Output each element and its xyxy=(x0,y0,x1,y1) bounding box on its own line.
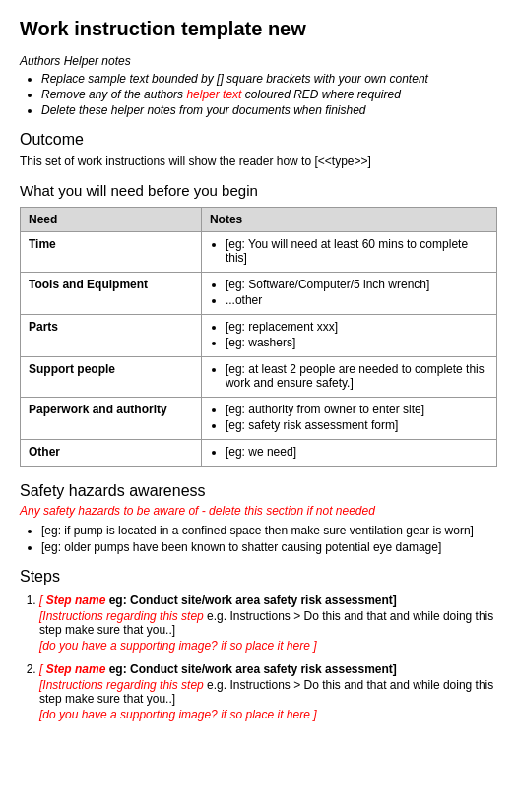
helper-item-3: Delete these helper notes from your docu… xyxy=(41,103,497,117)
authors-helper-label: Authors Helper notes xyxy=(20,54,497,68)
table-row-need: Tools and Equipment xyxy=(21,273,202,315)
step-instruction-line: [Instructions regarding this step e.g. I… xyxy=(39,678,497,706)
table-row-notes: [eg: replacement xxx][eg: washers] xyxy=(201,315,496,357)
list-item: [eg: You will need at least 60 mins to c… xyxy=(226,237,488,265)
step-name-normal: eg: Conduct site/work area safety risk a… xyxy=(105,593,396,607)
col-need: Need xyxy=(21,208,202,232)
what-heading: What you will need before you begin xyxy=(20,182,497,199)
list-item: [eg: replacement xxx] xyxy=(226,320,488,334)
table-row-notes: [eg: authority from owner to enter site]… xyxy=(201,398,496,440)
list-item: [eg: older pumps have been known to shat… xyxy=(41,540,497,554)
step-item: [ Step name eg: Conduct site/work area s… xyxy=(39,593,497,653)
step-image-helper: [do you have a supporting image? if so p… xyxy=(39,639,497,653)
outcome-heading: Outcome xyxy=(20,131,497,149)
list-item: [eg: we need] xyxy=(226,445,488,459)
list-item: [eg: Software/Computer/5 inch wrench] xyxy=(226,278,488,291)
table-row-notes: [eg: at least 2 people are needed to com… xyxy=(201,357,496,398)
step-name-line: [ Step name eg: Conduct site/work area s… xyxy=(39,662,497,676)
table-row-need: Other xyxy=(21,440,202,467)
table-row-need: Time xyxy=(21,232,202,273)
step-name-normal: eg: Conduct site/work area safety risk a… xyxy=(105,662,396,676)
step-name-bracket: [ xyxy=(39,593,46,607)
steps-heading: Steps xyxy=(20,568,497,586)
table-row-notes: [eg: Software/Computer/5 inch wrench]...… xyxy=(201,273,496,315)
helper-item-1: Replace sample text bounded by [] square… xyxy=(41,72,497,86)
table-row-need: Support people xyxy=(21,357,202,398)
helper-red-text: helper text xyxy=(186,88,241,101)
step-name-bracket: [ xyxy=(39,662,46,676)
table-row-notes: [eg: we need] xyxy=(201,440,496,467)
list-item: [eg: at least 2 people are needed to com… xyxy=(226,362,488,390)
table-row-notes: [eg: You will need at least 60 mins to c… xyxy=(201,232,496,273)
outcome-text: This set of work instructions will show … xyxy=(20,155,497,168)
table-row-need: Parts xyxy=(21,315,202,357)
step-image-helper: [do you have a supporting image? if so p… xyxy=(39,708,497,721)
list-item: [eg: if pump is located in a confined sp… xyxy=(41,524,497,537)
list-item: [eg: authority from owner to enter site] xyxy=(226,403,488,416)
step-name-red: Step name xyxy=(46,593,106,607)
list-item: [eg: washers] xyxy=(226,336,488,349)
instruction-red: Instructions regarding this step xyxy=(42,609,203,623)
step-name-line: [ Step name eg: Conduct site/work area s… xyxy=(39,593,497,607)
page-title: Work instruction template new xyxy=(20,18,497,40)
needs-table: Need Notes Time[eg: You will need at lea… xyxy=(20,207,497,467)
list-item: ...other xyxy=(226,293,488,307)
safety-helper-text: Any safety hazards to be aware of - dele… xyxy=(20,504,497,518)
table-row-need: Paperwork and authority xyxy=(21,398,202,440)
col-notes: Notes xyxy=(201,208,496,232)
safety-heading: Safety hazards awareness xyxy=(20,482,497,500)
step-name-red: Step name xyxy=(46,662,106,676)
list-item: [eg: safety risk assessment form] xyxy=(226,418,488,432)
step-item: [ Step name eg: Conduct site/work area s… xyxy=(39,662,497,721)
helper-item-2: Remove any of the authors helper text co… xyxy=(41,88,497,101)
steps-list: [ Step name eg: Conduct site/work area s… xyxy=(20,593,497,721)
authors-helper-list: Replace sample text bounded by [] square… xyxy=(20,72,497,117)
instruction-red: Instructions regarding this step xyxy=(42,678,203,692)
step-instruction-line: [Instructions regarding this step e.g. I… xyxy=(39,609,497,637)
safety-list: [eg: if pump is located in a confined sp… xyxy=(20,524,497,554)
